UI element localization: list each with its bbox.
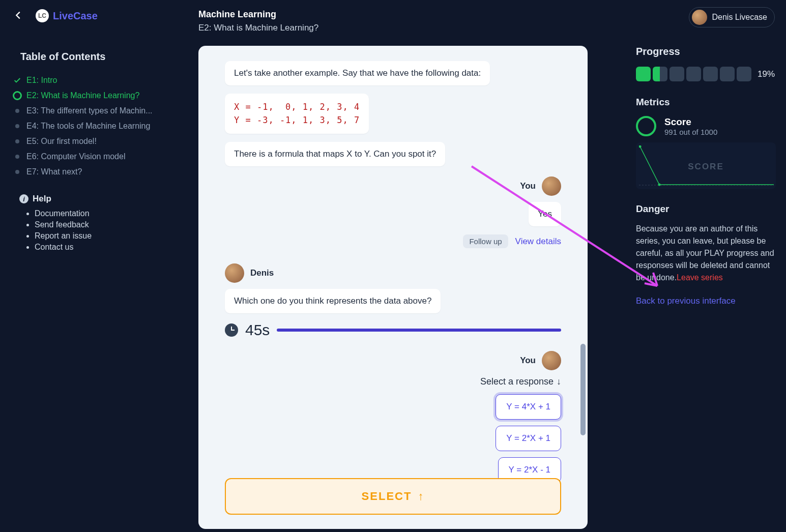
- progress-segment: [703, 67, 718, 81]
- right-panel: Progress 19% Metrics Score 991 out of 10…: [636, 46, 778, 306]
- code-block: X = -1, 0, 1, 2, 3, 4 Y = -3, -1, 1, 3, …: [225, 94, 369, 134]
- page-subtitle: E2: What is Machine Learning?: [198, 23, 318, 33]
- progress-segment: [669, 67, 684, 81]
- speaker-label: Denis: [250, 268, 274, 278]
- timer-row: 45s: [225, 321, 561, 339]
- timer-progress: [277, 329, 561, 332]
- danger-title: Danger: [636, 203, 778, 215]
- speaker-label: You: [520, 356, 536, 366]
- toc-label: E5: Our first model!: [26, 137, 97, 146]
- avatar: [692, 10, 707, 25]
- svg-point-1: [639, 145, 642, 148]
- toc-label: E1: Intro: [26, 76, 57, 85]
- user-menu[interactable]: Denis Livecase: [689, 7, 775, 27]
- toc-item-5[interactable]: E6: Computer Vision model: [10, 149, 153, 164]
- avatar: [542, 351, 561, 370]
- back-to-previous-link[interactable]: Back to previous interface: [636, 296, 778, 306]
- progress-segment: [720, 67, 735, 81]
- help-item-0[interactable]: Documentation: [35, 208, 153, 219]
- score-ring-icon: [636, 116, 656, 136]
- score-value: 991 out of 1000: [664, 128, 717, 136]
- logo[interactable]: LC LiveCase: [36, 9, 98, 22]
- response-option-1[interactable]: Y = 2*X + 1: [496, 426, 561, 451]
- instructor-question: Which one do you think represents the da…: [225, 289, 441, 313]
- toc-title: Table of Contents: [20, 51, 142, 63]
- dot-icon: [12, 139, 22, 143]
- check-icon: [12, 76, 22, 84]
- instructor-message: There is a formula that maps X to Y. Can…: [225, 142, 445, 166]
- select-button[interactable]: SELECT ↑: [225, 478, 561, 515]
- arrow-up-icon: ↑: [418, 490, 424, 503]
- avatar: [542, 176, 561, 196]
- speaker-label: You: [520, 181, 536, 191]
- chat-scroll[interactable]: Let's take another example. Say that we …: [198, 46, 588, 529]
- chat-panel: Let's take another example. Say that we …: [198, 46, 588, 529]
- toc-label: E7: What next?: [26, 167, 82, 176]
- score-label: Score: [664, 116, 717, 128]
- leave-series-link[interactable]: Leave series: [677, 273, 723, 282]
- toc-item-3[interactable]: E4: The tools of Machine Learning: [10, 119, 153, 134]
- svg-point-2: [658, 184, 661, 186]
- progress-segment: [686, 67, 701, 81]
- toc-item-6[interactable]: E7: What next?: [10, 164, 153, 180]
- progress-percent: 19%: [758, 69, 775, 79]
- speaker-you: You: [225, 351, 561, 370]
- toc-item-0[interactable]: E1: Intro: [10, 73, 153, 88]
- metrics-title: Metrics: [636, 97, 778, 108]
- progress-title: Progress: [636, 46, 778, 57]
- user-message: Yes: [529, 202, 561, 226]
- scrollbar[interactable]: [580, 344, 586, 435]
- toc-label: E2: What is Machine Learning?: [26, 91, 139, 100]
- toc-item-4[interactable]: E5: Our first model!: [10, 134, 153, 149]
- speaker-instructor: Denis: [225, 263, 561, 283]
- clock-icon: [225, 323, 238, 337]
- progress-segment: [737, 67, 751, 81]
- info-icon: i: [19, 194, 28, 203]
- help-header: i Help: [19, 194, 153, 204]
- user-name: Denis Livecase: [712, 13, 768, 22]
- help-item-1[interactable]: Send feedback: [35, 219, 153, 230]
- arrow-down-icon: ↓: [557, 376, 561, 387]
- ring-icon: [12, 91, 22, 100]
- toc-label: E6: Computer Vision model: [26, 152, 125, 161]
- toc-item-1[interactable]: E2: What is Machine Learning?: [10, 88, 153, 103]
- dot-icon: [12, 109, 22, 113]
- avatar: [225, 263, 244, 283]
- dot-icon: [12, 155, 22, 159]
- page-title: Machine Learning: [198, 9, 318, 20]
- logo-icon: LC: [36, 9, 49, 22]
- toc-label: E4: The tools of Machine Learning: [26, 122, 150, 131]
- sidebar: Table of Contents E1: IntroE2: What is M…: [5, 46, 158, 253]
- toc-item-2[interactable]: E3: The different types of Machin...: [10, 103, 153, 119]
- response-prompt: Select a response↓: [225, 376, 561, 387]
- danger-text: Because you are an author of this series…: [636, 223, 778, 284]
- arrow-left-icon: [13, 10, 24, 21]
- toc-label: E3: The different types of Machin...: [26, 106, 153, 115]
- progress-bar: [636, 67, 751, 81]
- instructor-message: Let's take another example. Say that we …: [225, 61, 490, 85]
- dot-icon: [12, 170, 22, 174]
- progress-segment: [653, 67, 667, 81]
- help-title: Help: [33, 194, 51, 204]
- logo-text: LiveCase: [53, 10, 98, 22]
- speaker-you: You: [225, 176, 561, 196]
- followup-badge: Follow up: [463, 234, 508, 248]
- back-button[interactable]: [10, 7, 26, 23]
- response-option-0[interactable]: Y = 4*X + 1: [496, 394, 561, 420]
- score-sparkline: [639, 145, 774, 188]
- view-details-link[interactable]: View details: [515, 237, 561, 247]
- progress-segment: [636, 67, 651, 81]
- help-item-3[interactable]: Contact us: [35, 242, 153, 253]
- score-chart: SCORE: [636, 142, 776, 189]
- help-item-2[interactable]: Report an issue: [35, 230, 153, 242]
- dot-icon: [12, 124, 22, 128]
- timer-value: 45s: [245, 321, 270, 339]
